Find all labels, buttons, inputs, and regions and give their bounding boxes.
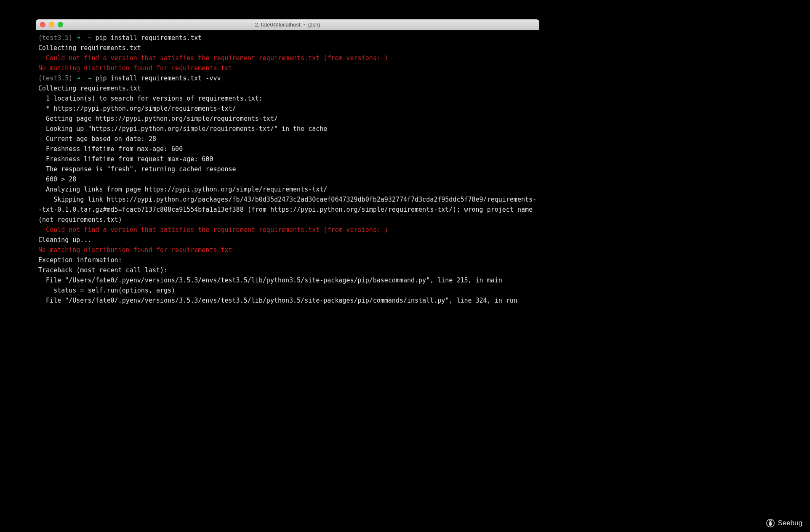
terminal-line: No matching distribution found for requi…	[38, 63, 537, 73]
terminal-segment: (test3.5)	[38, 34, 76, 42]
terminal-segment: Current age based on date: 28	[38, 135, 156, 143]
window-titlebar[interactable]: 2. fate0@localhost: ~ (zsh)	[36, 19, 539, 30]
terminal-segment: pip install requirements.txt	[95, 34, 202, 42]
zoom-icon[interactable]	[58, 22, 63, 27]
bug-icon	[766, 519, 775, 528]
traffic-lights	[36, 22, 63, 27]
terminal-line: status = self.run(options, args)	[38, 285, 537, 295]
terminal-segment: Exception information:	[38, 256, 122, 264]
terminal-line: Looking up "https://pypi.python.org/simp…	[38, 124, 537, 134]
terminal-line: Collecting requirements.txt	[38, 83, 537, 93]
terminal-segment: File "/Users/fate0/.pyenv/versions/3.5.3…	[38, 297, 517, 304]
terminal-line: 600 > 28	[38, 174, 537, 184]
close-icon[interactable]	[40, 22, 45, 27]
watermark-label: Seebug	[778, 519, 802, 527]
terminal-segment: * https://pypi.python.org/simple/require…	[38, 105, 236, 112]
terminal-segment: pip install requirements.txt -vvv	[95, 74, 221, 82]
terminal-segment: Cleaning up...	[38, 236, 91, 244]
terminal-segment: Looking up "https://pypi.python.org/simp…	[38, 125, 327, 133]
terminal-line: File "/Users/fate0/.pyenv/versions/3.5.3…	[38, 275, 537, 285]
terminal-segment: ~	[88, 34, 95, 42]
terminal-segment: Could not find a version that satisfies …	[38, 226, 388, 234]
terminal-segment: File "/Users/fate0/.pyenv/versions/3.5.3…	[38, 277, 502, 284]
minimize-icon[interactable]	[49, 22, 54, 27]
terminal-line: The response is "fresh", returning cache…	[38, 164, 537, 174]
terminal-segment: 1 location(s) to search for versions of …	[38, 95, 263, 102]
terminal-line: File "/Users/fate0/.pyenv/versions/3.5.3…	[38, 295, 537, 306]
terminal-line: Getting page https://pypi.python.org/sim…	[38, 114, 537, 124]
terminal-line: Could not find a version that satisfies …	[38, 53, 537, 63]
terminal-line: 1 location(s) to search for versions of …	[38, 93, 537, 104]
terminal-segment: Collecting requirements.txt	[38, 44, 141, 52]
terminal-line: Skipping link https://pypi.python.org/pa…	[38, 194, 537, 225]
terminal-line: Freshness lifetime from request max-age:…	[38, 154, 537, 164]
terminal-segment: Getting page https://pypi.python.org/sim…	[38, 115, 278, 122]
terminal-segment: Analyzing links from page https://pypi.p…	[38, 186, 327, 193]
terminal-body[interactable]: (test3.5) ➜ ~ pip install requirements.t…	[36, 30, 539, 342]
terminal-line: (test3.5) ➜ ~ pip install requirements.t…	[38, 33, 537, 43]
terminal-segment: No matching distribution found for requi…	[38, 246, 232, 254]
terminal-line: Analyzing links from page https://pypi.p…	[38, 184, 537, 194]
terminal-line: Exception information:	[38, 255, 537, 265]
terminal-segment: Skipping link https://pypi.python.org/pa…	[38, 196, 536, 223]
terminal-segment: 600 > 28	[38, 176, 76, 183]
terminal-line: Collecting requirements.txt	[38, 43, 537, 53]
terminal-segment: Freshness lifetime from max-age: 600	[38, 145, 183, 153]
terminal-line: (test3.5) ➜ ~ pip install requirements.t…	[38, 73, 537, 83]
terminal-segment: Could not find a version that satisfies …	[38, 54, 388, 62]
terminal-window[interactable]: 2. fate0@localhost: ~ (zsh) (test3.5) ➜ …	[36, 19, 539, 342]
terminal-segment: The response is "fresh", returning cache…	[38, 165, 236, 173]
terminal-segment: Traceback (most recent call last):	[38, 266, 168, 274]
terminal-line: Could not find a version that satisfies …	[38, 225, 537, 235]
terminal-segment: No matching distribution found for requi…	[38, 64, 232, 72]
terminal-line: * https://pypi.python.org/simple/require…	[38, 104, 537, 114]
terminal-line: Current age based on date: 28	[38, 134, 537, 144]
terminal-line: Freshness lifetime from max-age: 600	[38, 144, 537, 154]
terminal-line: No matching distribution found for requi…	[38, 245, 537, 255]
window-title: 2. fate0@localhost: ~ (zsh)	[36, 21, 539, 28]
terminal-segment: ~	[88, 74, 95, 82]
svg-point-1	[769, 522, 772, 526]
terminal-segment: ➜	[76, 74, 88, 82]
terminal-line: Cleaning up...	[38, 235, 537, 245]
svg-point-2	[770, 521, 771, 522]
terminal-segment: Freshness lifetime from request max-age:…	[38, 155, 213, 163]
terminal-line: Traceback (most recent call last):	[38, 265, 537, 275]
terminal-segment: (test3.5)	[38, 74, 76, 82]
terminal-segment: Collecting requirements.txt	[38, 85, 141, 92]
terminal-segment: ➜	[76, 34, 88, 42]
terminal-segment: status = self.run(options, args)	[38, 287, 175, 294]
watermark: Seebug	[766, 519, 802, 528]
